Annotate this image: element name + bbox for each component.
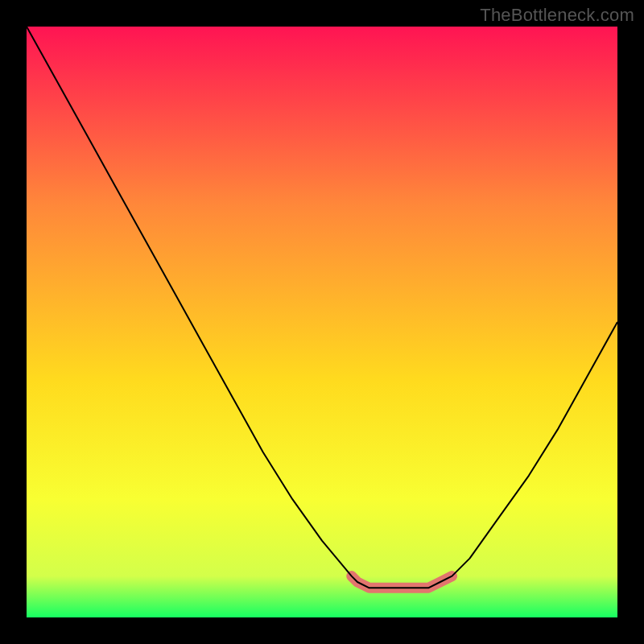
bottleneck-chart [0,0,644,644]
plot-background-gradient [27,27,617,617]
chart-frame: TheBottleneck.com [0,0,644,644]
watermark-text: TheBottleneck.com [480,5,634,26]
